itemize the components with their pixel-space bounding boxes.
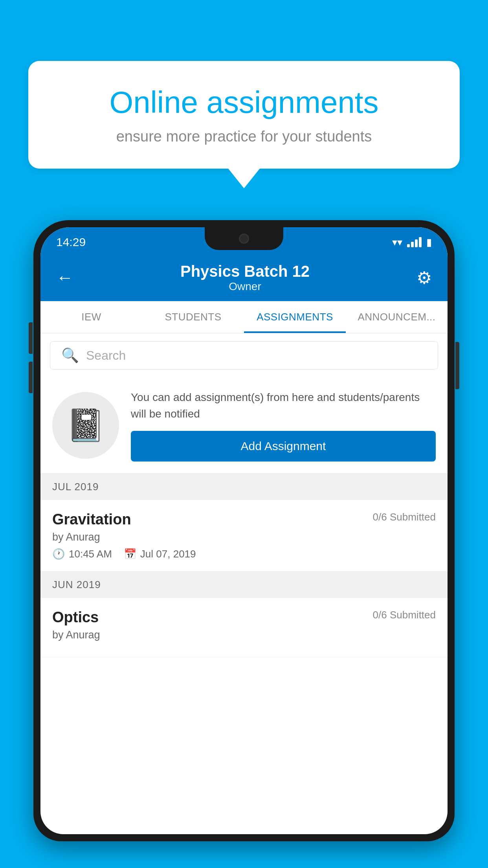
header-center: Physics Batch 12 Owner bbox=[180, 263, 310, 293]
front-camera bbox=[239, 234, 249, 244]
status-time: 14:29 bbox=[56, 235, 86, 249]
month-header-jul: JUL 2019 bbox=[40, 474, 448, 500]
power-button bbox=[455, 342, 459, 389]
bubble-title: Online assignments bbox=[56, 85, 432, 120]
calendar-icon: 📅 bbox=[124, 548, 136, 560]
month-header-jun: JUN 2019 bbox=[40, 572, 448, 598]
volume-up-button bbox=[29, 362, 33, 393]
tabs-bar: IEW STUDENTS ASSIGNMENTS ANNOUNCEM... bbox=[40, 301, 448, 333]
header-title: Physics Batch 12 bbox=[180, 263, 310, 280]
search-icon: 🔍 bbox=[61, 347, 79, 364]
speech-bubble-arrow bbox=[228, 169, 260, 188]
tab-announcements[interactable]: ANNOUNCEM... bbox=[346, 301, 448, 333]
assignment-author-gravitation: by Anurag bbox=[52, 531, 436, 543]
speech-bubble-container: Online assignments ensure more practice … bbox=[28, 61, 460, 188]
assignment-time: 🕐 10:45 AM bbox=[52, 548, 112, 560]
phone-content: 14:29 ▾▾ ▮ ← Physics Batch 12 Owner bbox=[40, 227, 448, 807]
search-bar[interactable]: 🔍 Search bbox=[50, 341, 438, 370]
header-subtitle: Owner bbox=[180, 280, 310, 293]
notebook-icon: 📓 bbox=[66, 407, 105, 444]
submitted-badge-gravitation: 0/6 Submitted bbox=[373, 511, 436, 523]
tab-iew[interactable]: IEW bbox=[40, 301, 142, 333]
back-button[interactable]: ← bbox=[56, 268, 73, 287]
clock-icon: 🕐 bbox=[52, 548, 65, 560]
assignment-date: 📅 Jul 07, 2019 bbox=[124, 548, 196, 560]
assignment-name-gravitation: Gravitation bbox=[52, 511, 131, 528]
phone-notch bbox=[205, 227, 283, 250]
info-description: You can add assignment(s) from here and … bbox=[131, 389, 436, 422]
wifi-icon: ▾▾ bbox=[392, 236, 402, 248]
phone-container: 14:29 ▾▾ ▮ ← Physics Batch 12 Owner bbox=[33, 220, 455, 868]
assignment-optics[interactable]: Optics 0/6 Submitted by Anurag bbox=[40, 598, 448, 657]
signal-icon bbox=[407, 237, 422, 247]
speech-bubble: Online assignments ensure more practice … bbox=[28, 61, 460, 169]
tab-students[interactable]: STUDENTS bbox=[142, 301, 244, 333]
info-card: 📓 You can add assignment(s) from here an… bbox=[40, 377, 448, 474]
app-header: ← Physics Batch 12 Owner ⚙ bbox=[40, 254, 448, 301]
search-container: 🔍 Search bbox=[40, 333, 448, 377]
assignment-top-row: Gravitation 0/6 Submitted bbox=[52, 511, 436, 528]
volume-down-button bbox=[29, 322, 33, 354]
tab-assignments[interactable]: ASSIGNMENTS bbox=[244, 301, 346, 333]
search-placeholder: Search bbox=[86, 348, 126, 363]
phone-screen: 14:29 ▾▾ ▮ ← Physics Batch 12 Owner bbox=[40, 227, 448, 834]
assignment-name-optics: Optics bbox=[52, 609, 99, 626]
battery-icon: ▮ bbox=[426, 236, 432, 248]
assignment-top-row-optics: Optics 0/6 Submitted bbox=[52, 609, 436, 626]
status-icons: ▾▾ ▮ bbox=[392, 236, 432, 248]
assignment-icon-circle: 📓 bbox=[52, 392, 119, 459]
assignment-author-optics: by Anurag bbox=[52, 629, 436, 641]
add-assignment-button[interactable]: Add Assignment bbox=[131, 431, 436, 462]
phone-outer: 14:29 ▾▾ ▮ ← Physics Batch 12 Owner bbox=[33, 220, 455, 841]
assignment-gravitation[interactable]: Gravitation 0/6 Submitted by Anurag 🕐 10… bbox=[40, 500, 448, 572]
settings-button[interactable]: ⚙ bbox=[416, 268, 432, 288]
assignment-meta-gravitation: 🕐 10:45 AM 📅 Jul 07, 2019 bbox=[52, 548, 436, 560]
bubble-subtitle: ensure more practice for your students bbox=[56, 128, 432, 145]
info-card-right: You can add assignment(s) from here and … bbox=[131, 389, 436, 462]
submitted-badge-optics: 0/6 Submitted bbox=[373, 609, 436, 621]
